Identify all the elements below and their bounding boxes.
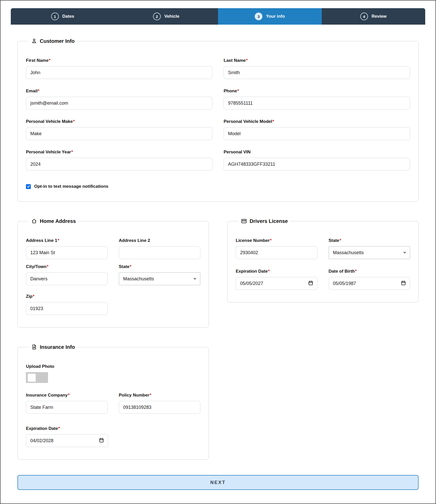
dob-input[interactable]: 05/05/1987 xyxy=(329,277,410,290)
insurance-info-title: Insurance Info xyxy=(40,344,75,350)
address2-input[interactable] xyxy=(119,246,201,259)
home-address-legend: Home Address xyxy=(29,218,78,224)
email-input[interactable] xyxy=(26,97,212,110)
phone-input[interactable] xyxy=(224,97,410,110)
tab-vehicle-label: Vehicle xyxy=(164,14,179,19)
home-address-title: Home Address xyxy=(40,218,76,224)
license-number-label: License Number* xyxy=(236,237,317,244)
license-state-select[interactable]: Massachusetts xyxy=(329,246,410,259)
drivers-license-section: Drivers License License Number* State* M… xyxy=(227,218,419,302)
optin-label: Opt-in to text message notifications xyxy=(34,184,108,189)
drivers-license-title: Drivers License xyxy=(250,218,288,224)
step-1-badge: 1 xyxy=(51,13,59,20)
first-name-label: First Name* xyxy=(26,57,212,64)
address1-label: Address Line 1* xyxy=(26,237,108,244)
insurance-company-input[interactable] xyxy=(26,401,108,414)
calendar-icon[interactable] xyxy=(401,280,406,287)
vehicle-model-input[interactable] xyxy=(224,127,410,140)
vehicle-make-label: Personal Vehicle Make* xyxy=(26,118,212,125)
rental-form-page: { "required_marker": "*", "steps": [ { "… xyxy=(0,0,436,504)
chevron-down-icon xyxy=(193,278,196,280)
insurance-info-legend: Insurance Info xyxy=(29,344,78,350)
license-state-label: State* xyxy=(329,237,410,244)
customer-info-section: Customer Info First Name* Last Name* Ema… xyxy=(17,38,419,202)
tab-dates-label: Dates xyxy=(62,14,74,19)
home-icon xyxy=(31,218,37,224)
tab-your-info[interactable]: 3 Your info xyxy=(218,8,322,25)
upload-photo-button[interactable] xyxy=(28,374,36,382)
phone-label: Phone* xyxy=(224,87,410,94)
tab-vehicle[interactable]: 2 Vehicle xyxy=(115,8,218,25)
chevron-down-icon xyxy=(403,252,406,254)
license-number-input[interactable] xyxy=(236,246,317,259)
optin-checkbox[interactable] xyxy=(26,184,31,189)
checkmark-icon xyxy=(27,185,30,188)
last-name-input[interactable] xyxy=(224,66,410,79)
tab-review[interactable]: 4 Review xyxy=(322,8,425,25)
tab-dates[interactable]: 1 Dates xyxy=(11,8,115,25)
license-expiration-label: Expiration Date* xyxy=(236,268,317,275)
insurance-company-label: Insurance Company* xyxy=(26,392,108,399)
insurance-expiration-input[interactable]: 04/02/2028 xyxy=(26,434,108,447)
address1-input[interactable] xyxy=(26,246,108,259)
home-state-select[interactable]: Massachusetts xyxy=(119,272,201,285)
next-button[interactable]: NEXT xyxy=(17,475,419,490)
vehicle-model-label: Personal Vehicle Model* xyxy=(224,118,410,125)
customer-info-legend: Customer Info xyxy=(29,38,77,44)
zip-input[interactable] xyxy=(26,302,108,315)
vehicle-make-input[interactable] xyxy=(26,127,212,140)
city-input[interactable] xyxy=(26,272,108,285)
insurance-expiration-label: Expiration Date* xyxy=(26,425,108,432)
upload-photo-input[interactable] xyxy=(26,372,48,383)
license-expiration-value: 05/05/2027 xyxy=(240,281,263,286)
calendar-icon[interactable] xyxy=(99,437,104,444)
policy-number-label: Policy Number* xyxy=(119,392,201,399)
dob-label: Date of Birth* xyxy=(329,268,410,275)
vehicle-year-label: Personal Vehicle Year* xyxy=(26,149,212,155)
step-2-badge: 2 xyxy=(153,13,161,20)
dob-value: 05/05/1987 xyxy=(333,281,356,286)
last-name-label: Last Name* xyxy=(224,57,410,64)
step-navigation: 1 Dates 2 Vehicle 3 Your info 4 Review xyxy=(11,8,425,25)
zip-label: Zip* xyxy=(26,293,108,300)
home-address-section: Home Address Address Line 1* Address Lin… xyxy=(17,218,209,328)
home-state-value: Massachusetts xyxy=(123,276,154,282)
tab-review-label: Review xyxy=(372,14,387,19)
address2-label: Address Line 2 xyxy=(119,237,201,244)
step-4-badge: 4 xyxy=(360,13,368,20)
person-icon xyxy=(31,38,37,44)
vehicle-year-input[interactable] xyxy=(26,158,212,171)
form-content: Customer Info First Name* Last Name* Ema… xyxy=(1,38,435,490)
id-card-icon xyxy=(241,218,247,224)
document-icon xyxy=(31,344,37,350)
calendar-icon[interactable] xyxy=(308,280,314,287)
insurance-expiration-value: 04/02/2028 xyxy=(30,438,53,443)
insurance-info-section: Insurance Info Upload Photo Insurance Co… xyxy=(17,344,209,460)
city-label: City/Town* xyxy=(26,263,108,270)
license-expiration-input[interactable]: 05/05/2027 xyxy=(236,277,317,290)
email-label: Email* xyxy=(26,87,212,94)
policy-number-input[interactable] xyxy=(119,401,201,414)
license-state-value: Massachusetts xyxy=(333,250,364,255)
first-name-input[interactable] xyxy=(26,66,212,79)
tab-your-info-label: Your info xyxy=(266,14,285,19)
step-3-badge: 3 xyxy=(255,13,262,20)
home-state-label: State* xyxy=(119,263,201,270)
vin-input[interactable] xyxy=(224,158,410,171)
customer-info-title: Customer Info xyxy=(40,38,75,44)
upload-photo-label: Upload Photo xyxy=(26,363,200,370)
vin-label: Personal VIN xyxy=(224,149,410,155)
drivers-license-legend: Drivers License xyxy=(238,218,290,224)
